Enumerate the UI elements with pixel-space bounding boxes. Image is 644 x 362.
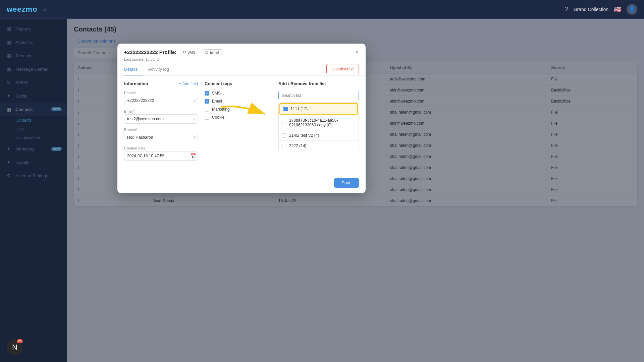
list-title: Add / Remove from list: [278, 81, 359, 86]
info-icon-row[interactable]: ℹ: [78, 165, 79, 170]
list-checkbox-2102[interactable]: [282, 133, 286, 138]
info-icon-row[interactable]: ℹ: [78, 121, 79, 126]
unsubscribe-button[interactable]: Unsubscribe: [326, 64, 359, 74]
row-updated-by: shir@weezmo.com: [386, 85, 547, 96]
sidebar-item-marketing[interactable]: ✦ Marketing NEW: [0, 142, 67, 156]
email-clear-icon[interactable]: ×: [193, 116, 196, 122]
sidebar-item-receipts[interactable]: ▦ Receipts ℹ: [0, 49, 67, 62]
sidebar-label-analytics: Analytics: [15, 40, 57, 45]
sidebar-item-reports[interactable]: ▦ Reports ℹ: [0, 22, 67, 36]
list-checkbox-copy[interactable]: [282, 121, 286, 125]
row-updated-by: shai.raiten@gmail.com: [386, 184, 547, 195]
info-icon-message-center: ℹ: [60, 67, 62, 71]
consent-marketing-checkbox[interactable]: [205, 107, 209, 112]
analytics-icon: ▦: [5, 39, 12, 46]
info-icon-row[interactable]: ℹ: [78, 110, 79, 115]
sidebar-label-receipts: Receipts: [15, 53, 57, 58]
info-icon-row[interactable]: ℹ: [78, 88, 79, 93]
info-icon-row[interactable]: ℹ: [78, 154, 79, 159]
row-actions: ℹ: [74, 195, 149, 206]
sidebar-item-message-center[interactable]: ▦ Message Center ℹ: [0, 62, 67, 76]
list-item-2222[interactable]: 2222 (14): [279, 141, 359, 151]
row-source: File: [547, 184, 637, 195]
sms-icon: ✉: [183, 50, 186, 54]
info-icon-row[interactable]: ℹ: [78, 132, 79, 137]
sidebar-item-loyalty[interactable]: ✦ Loyalty: [0, 156, 67, 169]
last-update-label: Last update:: [124, 57, 145, 61]
row-updated-by: shir@weezmo.com: [386, 118, 547, 129]
notification-button[interactable]: N 23: [7, 339, 23, 355]
row-source: File: [547, 173, 637, 184]
phone-clear-icon[interactable]: ×: [193, 98, 196, 103]
info-icon-row[interactable]: ℹ: [78, 99, 79, 104]
help-icon[interactable]: ?: [565, 6, 568, 13]
email-input[interactable]: [124, 114, 198, 124]
info-icon-row[interactable]: ℹ: [78, 77, 79, 81]
info-icon-row[interactable]: ℹ: [78, 198, 79, 203]
consent-section: Consent tags SMS Email Marketing Cookie: [205, 81, 272, 188]
tenant-name: Grand Collection: [574, 7, 608, 12]
save-button[interactable]: Save: [334, 178, 359, 188]
menu-icon[interactable]: ≡: [43, 6, 47, 13]
consent-marketing: Marketing: [205, 107, 272, 112]
info-icon-reports: ℹ: [60, 27, 62, 31]
consent-sms: SMS: [205, 91, 272, 96]
row-source: File: [547, 151, 637, 162]
user-avatar[interactable]: 👤: [627, 4, 637, 15]
list-item-2102[interactable]: 21-02 test V2 (4): [279, 130, 359, 141]
row-updated-by: adik@weezmo.com: [386, 74, 547, 85]
list-checkbox-1111[interactable]: [283, 107, 288, 111]
modal-close-button[interactable]: ×: [355, 48, 359, 56]
loyalty-icon: ✦: [5, 159, 12, 166]
reports-icon: ▦: [5, 25, 12, 32]
consent-cookie-label: Cookie: [212, 115, 224, 120]
table-row: ℹ José Garcia 15-Jan-23 shai.raiten@gmai…: [74, 195, 637, 206]
customize-columns-button[interactable]: + Customize columns: [74, 39, 116, 44]
consent-cookie-checkbox[interactable]: [205, 115, 209, 120]
created-date-input[interactable]: [124, 151, 198, 161]
list-checkbox-2222[interactable]: [282, 144, 286, 148]
sidebar-label-social: Social: [15, 94, 57, 99]
sidebar-item-analytics[interactable]: ▦ Analytics ℹ: [0, 36, 67, 49]
sidebar-subitem-unsubscribers[interactable]: Unsubscribers: [0, 133, 67, 142]
sidebar-item-ropo[interactable]: ⟳ ROPO ℹ: [0, 76, 67, 89]
info-icon-social: ℹ: [60, 94, 62, 98]
list-item-label-copy: 178ba78f-3c1b-4a11-aa56-021062133060 cop…: [289, 118, 350, 127]
consent-sms-checkbox[interactable]: [205, 91, 209, 96]
sidebar-subitem-contacts[interactable]: Contacts: [0, 116, 67, 125]
sidebar-item-contacts[interactable]: ▦ Contacts NEW: [0, 103, 67, 116]
info-icon-row[interactable]: ℹ: [78, 176, 79, 181]
row-source: File: [547, 107, 637, 118]
add-field-button[interactable]: + Add field: [179, 81, 198, 86]
consent-marketing-label: Marketing: [212, 107, 230, 112]
branch-clear-icon[interactable]: ×: [193, 135, 196, 140]
row-source: BackOffice: [547, 85, 637, 96]
consent-title: Consent tags: [205, 81, 272, 86]
email-icon: @: [205, 50, 208, 54]
list-item-copy[interactable]: 178ba78f-3c1b-4a11-aa56-021062133060 cop…: [279, 115, 359, 130]
info-icon-ropo: ℹ: [60, 80, 62, 85]
info-icon-row[interactable]: ℹ: [78, 143, 79, 148]
tab-details[interactable]: Details: [124, 64, 143, 75]
field-email: Email* ×: [124, 109, 198, 124]
contacts-icon: ▦: [5, 106, 12, 113]
info-icon-row[interactable]: ℹ: [78, 187, 79, 192]
field-created-date: Created date 📅: [124, 146, 198, 161]
email-field-label: Email*: [124, 109, 198, 113]
phone-input[interactable]: [124, 96, 198, 105]
row-updated-by: shai.raiten@gmail.com: [386, 173, 547, 184]
col-source: Source: [547, 62, 637, 74]
social-icon: ✦: [5, 93, 12, 99]
sidebar-item-social[interactable]: ✦ Social ℹ: [0, 89, 67, 103]
email-tag: @ Email: [202, 49, 222, 55]
consent-email-checkbox[interactable]: [205, 99, 209, 104]
info-title: Information: [124, 81, 148, 86]
sidebar: ▦ Reports ℹ ▦ Analytics ℹ ▦ Receipts ℹ ▦…: [0, 19, 67, 362]
list-item-1111[interactable]: 1111 (12): [279, 103, 358, 115]
sidebar-subitem-lists[interactable]: Lists: [0, 125, 67, 133]
list-search-input[interactable]: [278, 91, 359, 100]
modal-tabs: Details Activity log Unsubscribe: [117, 64, 366, 76]
branch-input[interactable]: [124, 133, 198, 142]
tab-activity-log[interactable]: Activity log: [148, 64, 174, 75]
sidebar-item-account-settings[interactable]: ⚙ Account Settings: [0, 169, 67, 182]
